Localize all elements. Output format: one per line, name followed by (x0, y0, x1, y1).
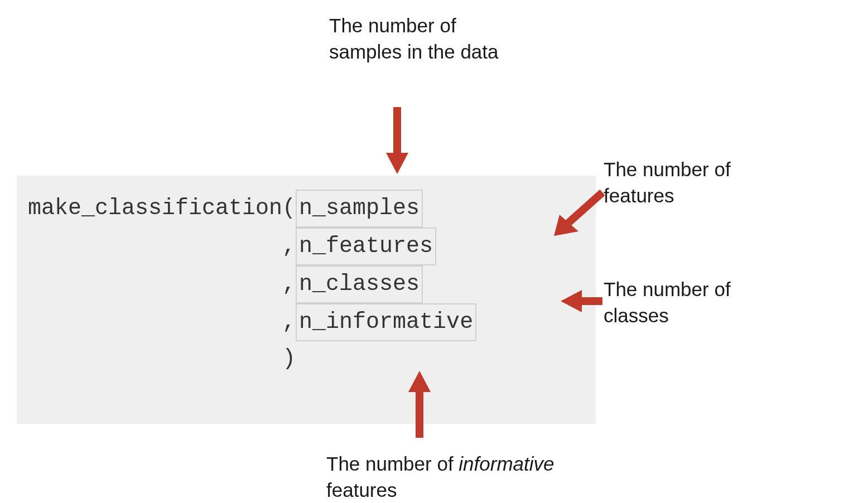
code-line-3: ,n_classes (28, 265, 585, 303)
code-line-4: ,n_informative (28, 303, 585, 341)
svg-line-2 (566, 192, 602, 225)
svg-marker-1 (386, 153, 408, 174)
function-name: make_classification( (28, 196, 296, 221)
annotation-informative: The number of informative features (326, 451, 572, 503)
param-n-classes: n_classes (296, 265, 423, 303)
annotation-samples: The number of samples in the data (329, 12, 519, 65)
svg-marker-7 (408, 371, 431, 392)
param-n-samples: n_samples (296, 190, 423, 228)
line4-prefix: , (28, 309, 296, 335)
arrow-left-down-icon (549, 187, 605, 243)
informative-italic: informative (459, 453, 554, 475)
code-line-5: ) (28, 341, 585, 377)
arrow-left-icon (561, 287, 602, 315)
code-line-1: make_classification(n_samples (28, 190, 585, 228)
param-n-features: n_features (296, 228, 436, 265)
code-block: make_classification(n_samples ,n_feature… (17, 176, 596, 424)
annotation-classes: The number of classes (604, 276, 793, 329)
annotation-features: The number of features (604, 156, 793, 209)
code-line-2: ,n_features (28, 228, 585, 265)
informative-pre: The number of (326, 453, 459, 475)
param-n-informative: n_informative (296, 303, 476, 341)
svg-marker-5 (561, 290, 582, 312)
line2-prefix: , (28, 234, 296, 259)
line3-prefix: , (28, 272, 296, 297)
arrow-down-icon (383, 107, 411, 174)
informative-post: features (326, 479, 397, 501)
arrow-up-icon (406, 371, 433, 438)
